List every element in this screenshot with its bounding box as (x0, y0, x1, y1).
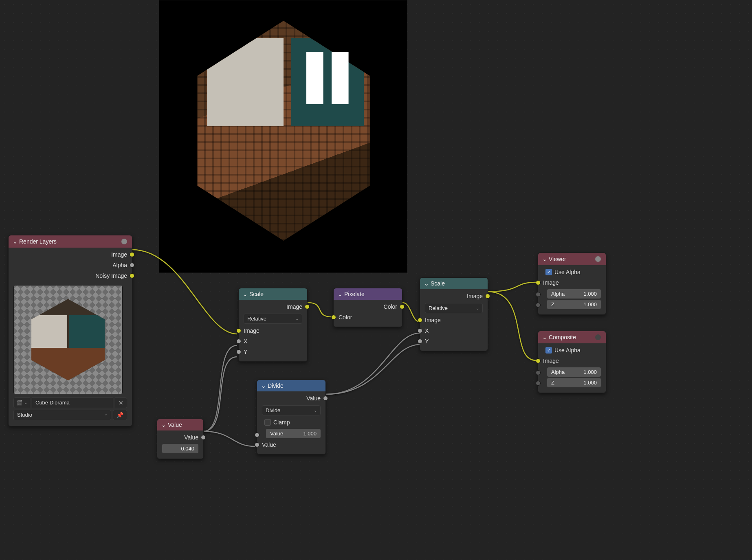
render-layer-select[interactable]: Studio ⌄ (13, 410, 111, 420)
input-value2: Value (257, 439, 325, 450)
node-render-layers[interactable]: ⌄ Render Layers Image Alpha Noisy Image … (8, 235, 132, 426)
chevron-down-icon: ⌄ (476, 306, 479, 310)
output-noisy: Noisy Image (9, 270, 132, 281)
node-header[interactable]: ⌄ Scale (239, 288, 307, 300)
chevron-down-icon: ⌄ (338, 291, 342, 297)
socket-in-image[interactable] (536, 280, 541, 285)
socket-out-value[interactable] (323, 396, 328, 401)
socket-in-image[interactable] (236, 328, 241, 333)
backdrop-preview (159, 0, 407, 273)
node-header[interactable]: ⌄ Viewer (538, 253, 606, 265)
node-composite[interactable]: ⌄ Composite ✓ Use Alpha Image Alpha 1.00… (538, 331, 606, 393)
node-viewer[interactable]: ⌄ Viewer ✓ Use Alpha Image Alpha 1.000 Z… (538, 253, 606, 315)
alpha-input[interactable]: Alpha 1.000 (547, 289, 601, 299)
pin-icon[interactable]: 📌 (113, 410, 127, 420)
chevron-down-icon: ⌄ (295, 316, 299, 321)
socket-in-alpha[interactable] (536, 292, 541, 297)
input-y: Y (239, 347, 307, 357)
checkbox-icon (264, 419, 271, 426)
chevron-down-icon: ⌄ (243, 291, 247, 297)
value-input[interactable]: 0.040 (162, 444, 198, 453)
socket-in-color[interactable] (331, 315, 336, 320)
node-title: Scale (431, 280, 445, 287)
scene-selector[interactable]: 🎬⌄ Cube Diorama ✕ (13, 397, 127, 408)
node-header[interactable]: ⌄ Composite (538, 331, 606, 343)
socket-out-color[interactable] (400, 304, 405, 309)
socket-in-z[interactable] (536, 303, 541, 307)
socket-out-value[interactable] (201, 435, 206, 440)
node-header[interactable]: ⌄ Render Layers (9, 235, 132, 248)
node-title: Value (168, 422, 182, 428)
node-pixelate[interactable]: ⌄ Pixelate Color Color (333, 288, 402, 327)
svg-point-4 (595, 334, 601, 340)
socket-in-y[interactable] (236, 349, 241, 354)
input-image: Image (239, 325, 307, 336)
svg-point-2 (595, 256, 601, 262)
input-color: Color (334, 312, 402, 323)
socket-in-x[interactable] (236, 339, 241, 344)
output-alpha: Alpha (9, 260, 132, 270)
z-input[interactable]: Z 1.000 (547, 300, 601, 309)
scene-icon[interactable]: 🎬⌄ (13, 397, 30, 408)
node-title: Pixelate (344, 291, 365, 297)
chevron-down-icon: ⌄ (161, 422, 165, 428)
chevron-down-icon: ⌄ (261, 382, 265, 389)
node-title: Composite (549, 334, 576, 340)
socket-in-z[interactable] (536, 381, 541, 386)
svg-point-3 (596, 257, 598, 259)
socket-out-image[interactable] (485, 294, 490, 299)
value1-input[interactable]: Value 1.000 (266, 429, 321, 438)
socket-in-value1[interactable] (255, 433, 259, 437)
node-title: Render Layers (19, 238, 57, 245)
socket-out-alpha[interactable] (130, 263, 134, 268)
socket-in-value2[interactable] (255, 442, 259, 447)
operation-select[interactable]: Divide ⌄ (262, 405, 321, 415)
node-header[interactable]: ⌄ Divide (257, 380, 325, 391)
node-header[interactable]: ⌄ Scale (420, 278, 488, 289)
chevron-down-icon: ⌄ (314, 408, 317, 413)
input-image: Image (420, 315, 488, 325)
checkbox-checked-icon: ✓ (545, 269, 552, 275)
preview-sphere-icon[interactable] (594, 334, 602, 341)
output-image: Image (420, 291, 488, 301)
scale-method-select[interactable]: Relative ⌄ (244, 314, 302, 324)
node-value[interactable]: ⌄ Value Value 0.040 (157, 419, 204, 459)
use-alpha-checkbox[interactable]: ✓ Use Alpha (538, 345, 606, 356)
input-image: Image (538, 356, 606, 366)
chevron-down-icon: ⌄ (542, 334, 546, 340)
close-icon[interactable]: ✕ (115, 397, 127, 408)
output-value: Value (257, 393, 325, 404)
scene-name-field[interactable]: Cube Diorama (32, 397, 113, 408)
node-header[interactable]: ⌄ Value (157, 419, 203, 430)
socket-in-x[interactable] (418, 328, 422, 333)
input-x: X (239, 336, 307, 347)
svg-point-0 (121, 239, 127, 244)
node-header[interactable]: ⌄ Pixelate (334, 288, 402, 300)
chevron-down-icon: ⌄ (424, 280, 428, 287)
chevron-down-icon: ⌄ (542, 256, 546, 262)
node-scale-2[interactable]: ⌄ Scale Image Relative ⌄ Image X Y (420, 277, 488, 351)
socket-in-alpha[interactable] (536, 370, 541, 375)
socket-out-image[interactable] (130, 252, 134, 257)
use-alpha-checkbox[interactable]: ✓ Use Alpha (538, 267, 606, 277)
socket-out-image[interactable] (305, 304, 310, 309)
input-x: X (420, 325, 488, 336)
z-input[interactable]: Z 1.000 (547, 378, 601, 387)
node-scale-1[interactable]: ⌄ Scale Image Relative ⌄ Image X Y (238, 288, 308, 362)
node-divide[interactable]: ⌄ Divide Value Divide ⌄ Clamp Value 1.00… (257, 380, 326, 455)
checkbox-checked-icon: ✓ (545, 347, 552, 354)
socket-out-noisy[interactable] (130, 273, 134, 278)
svg-point-1 (123, 240, 124, 242)
clamp-checkbox[interactable]: Clamp (257, 417, 325, 428)
output-color: Color (334, 301, 402, 312)
preview-sphere-icon[interactable] (121, 238, 128, 245)
input-image: Image (538, 277, 606, 288)
alpha-input[interactable]: Alpha 1.000 (547, 367, 601, 377)
preview-sphere-icon[interactable] (594, 255, 602, 263)
scale-method-select[interactable]: Relative ⌄ (425, 303, 483, 313)
socket-in-y[interactable] (418, 339, 422, 344)
socket-in-image[interactable] (418, 318, 422, 323)
socket-in-image[interactable] (536, 358, 541, 363)
input-y: Y (420, 336, 488, 347)
output-image: Image (239, 301, 307, 312)
